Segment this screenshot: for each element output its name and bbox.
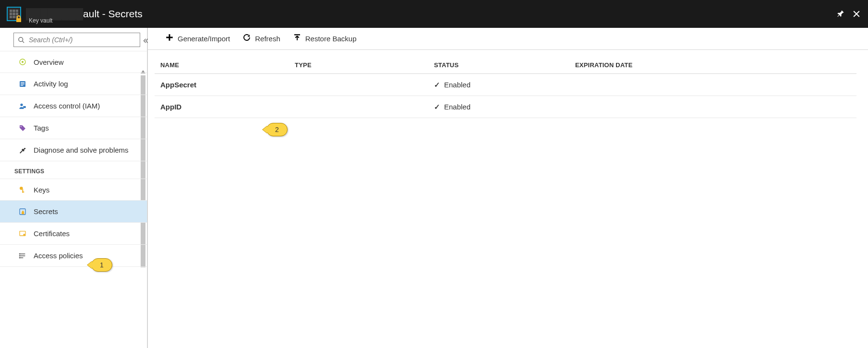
sidebar-item-label: Secrets — [34, 207, 141, 216]
svg-point-17 — [19, 255, 20, 256]
sidebar-section-settings: SETTINGS — [0, 161, 147, 179]
table-header: NAME TYPE STATUS EXPIRATION DATE — [155, 57, 856, 74]
sidebar-item-label: Certificates — [34, 229, 141, 238]
search-icon — [18, 36, 25, 44]
cell-status: ✓ Enabled — [434, 103, 575, 111]
th-status[interactable]: STATUS — [434, 61, 575, 69]
title-suffix: ault - Secrets — [83, 8, 143, 19]
svg-rect-21 — [294, 34, 300, 35]
sidebar-item-keys[interactable]: Keys — [0, 179, 147, 201]
header-actions — [836, 9, 861, 19]
sidebar-item-label: Access policies — [34, 252, 141, 260]
svg-rect-5 — [21, 84, 24, 84]
sidebar-item-access-control[interactable]: Access control (IAM) — [0, 95, 147, 117]
sidebar-item-label: Keys — [34, 186, 141, 194]
svg-point-0 — [19, 37, 23, 41]
activity-log-icon — [18, 80, 27, 88]
sidebar-item-label: Diagnose and solve problems — [34, 146, 141, 154]
refresh-icon — [242, 33, 251, 44]
sidebar-item-activity-log[interactable]: Activity log — [0, 73, 147, 95]
plus-icon — [165, 33, 174, 44]
table-row[interactable]: AppID ✓ Enabled — [155, 96, 856, 118]
th-type[interactable]: TYPE — [295, 61, 434, 69]
secrets-table: NAME TYPE STATUS EXPIRATION DATE AppSecr… — [155, 57, 856, 118]
svg-rect-20 — [166, 37, 173, 38]
search-box[interactable] — [13, 33, 140, 47]
page-subtitle: Key vault — [29, 17, 52, 24]
toolbar: Generate/Import Refresh Restore Backup — [148, 28, 868, 50]
content: Generate/Import Refresh Restore Backup N… — [147, 28, 868, 348]
search-input[interactable] — [29, 36, 136, 44]
sidebar: Overview Activity log Access control (IA… — [0, 28, 147, 348]
diagnose-icon — [18, 146, 27, 155]
sidebar-item-secrets[interactable]: Secrets — [0, 201, 147, 223]
certificate-icon — [18, 229, 27, 238]
restore-icon — [293, 33, 301, 44]
svg-point-7 — [20, 103, 23, 106]
tag-icon — [18, 124, 27, 132]
svg-point-18 — [19, 257, 20, 258]
svg-rect-6 — [21, 85, 23, 85]
overview-icon — [18, 58, 27, 66]
th-expiration[interactable]: EXPIRATION DATE — [575, 61, 856, 69]
th-name[interactable]: NAME — [155, 61, 295, 69]
iam-icon — [18, 102, 27, 110]
collapse-sidebar-button[interactable] — [140, 36, 151, 48]
pin-button[interactable] — [836, 10, 845, 18]
key-icon — [18, 185, 27, 194]
generate-import-button[interactable]: Generate/Import — [165, 33, 230, 44]
sidebar-scroll[interactable]: Overview Activity log Access control (IA… — [0, 51, 147, 348]
sidebar-item-access-policies[interactable]: Access policies — [0, 245, 147, 267]
svg-point-2 — [22, 61, 24, 63]
toolbar-label: Generate/Import — [178, 35, 230, 43]
toolbar-label: Restore Backup — [305, 35, 357, 43]
cell-name: AppID — [155, 103, 295, 111]
cell-status: ✓ Enabled — [434, 81, 575, 89]
keyvault-resource-icon — [7, 7, 21, 21]
sidebar-item-certificates[interactable]: Certificates — [0, 223, 147, 245]
svg-point-16 — [19, 253, 20, 254]
blade-header: ████████ault - Secrets Key vault — [0, 0, 868, 28]
check-icon: ✓ — [434, 103, 440, 111]
svg-rect-8 — [23, 106, 25, 108]
svg-rect-4 — [21, 82, 24, 83]
sidebar-item-label: Tags — [34, 124, 141, 132]
svg-point-9 — [21, 126, 22, 127]
annotation-callout-1: 1 — [91, 258, 112, 272]
restore-backup-button[interactable]: Restore Backup — [293, 33, 357, 44]
status-text: Enabled — [444, 103, 470, 111]
cell-name: AppSecret — [155, 81, 295, 89]
status-text: Enabled — [444, 81, 470, 89]
check-icon: ✓ — [434, 81, 440, 89]
policies-icon — [18, 252, 27, 260]
sidebar-item-diagnose[interactable]: Diagnose and solve problems — [0, 139, 147, 161]
annotation-callout-2: 2 — [266, 123, 288, 136]
sidebar-item-overview[interactable]: Overview — [0, 51, 147, 73]
refresh-button[interactable]: Refresh — [242, 33, 280, 44]
svg-rect-12 — [22, 192, 24, 192]
secret-icon — [18, 207, 27, 216]
svg-point-15 — [23, 234, 25, 236]
table-row[interactable]: AppSecret ✓ Enabled — [155, 74, 856, 96]
toolbar-label: Refresh — [255, 35, 280, 43]
sidebar-item-label: Access control (IAM) — [34, 102, 141, 110]
lock-icon — [15, 15, 23, 23]
close-button[interactable] — [852, 9, 861, 19]
sidebar-item-label: Overview — [34, 58, 141, 66]
sidebar-item-label: Activity log — [34, 80, 141, 88]
sidebar-item-tags[interactable]: Tags — [0, 117, 147, 139]
